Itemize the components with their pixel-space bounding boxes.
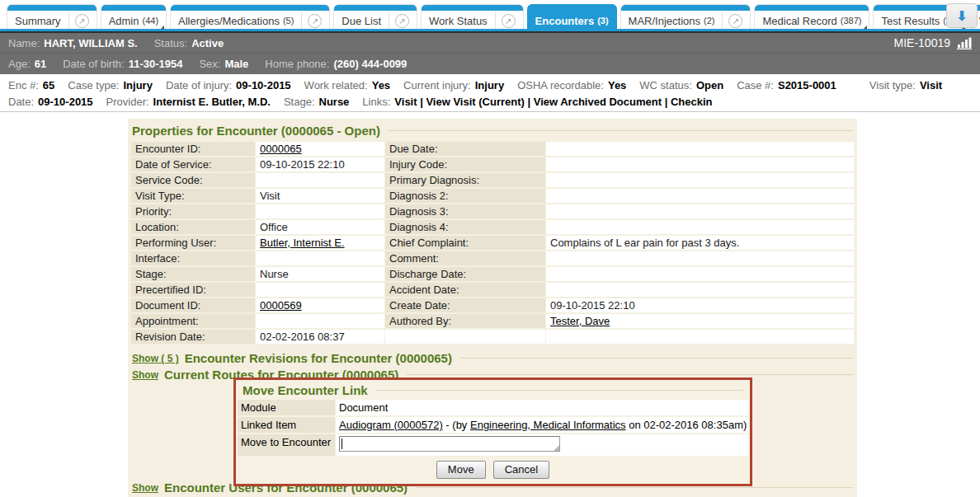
encounter-header: Enc #: 65 Case type: Injury Date of inju… xyxy=(0,74,980,112)
property-value: Nurse xyxy=(256,267,384,281)
tab-divider xyxy=(301,12,302,30)
linked-by-user-link[interactable]: Engineering, Medical Informatics xyxy=(470,419,626,431)
popout-icon[interactable]: ↗ xyxy=(728,14,742,28)
table-row: Date of Service: 09-10-2015 22:10 Injury… xyxy=(131,157,854,171)
property-label: Location: xyxy=(131,220,255,234)
tab-due-list[interactable]: Due List ↗ xyxy=(333,4,417,31)
property-label: Chief Complaint: xyxy=(385,236,545,250)
move-button[interactable]: Move xyxy=(436,461,486,479)
enc-num-label: Enc #: xyxy=(8,79,39,91)
patient-name: HART, WILLIAM S. xyxy=(44,37,137,49)
property-value xyxy=(546,220,854,234)
property-label: Interface: xyxy=(131,251,255,265)
encounter-id-link[interactable]: 0000065 xyxy=(260,143,302,155)
tab-count: (387) xyxy=(841,16,862,26)
document-id-link[interactable]: 0000569 xyxy=(260,299,302,312)
provider-value: Internist E. Butler, M.D. xyxy=(153,96,271,108)
property-label: Encounter ID: xyxy=(131,142,255,156)
show-routes-link[interactable]: Show xyxy=(132,369,158,381)
property-label: Create Date: xyxy=(385,298,545,312)
links-label: Links: xyxy=(362,96,390,108)
sex-label: Sex: xyxy=(199,58,220,70)
tab-label: MAR/Injections xyxy=(629,15,700,27)
tab-label: Due List xyxy=(342,15,381,27)
table-row: Revision Date: 02-02-2016 08:37 xyxy=(131,330,854,344)
popout-icon[interactable]: ↗ xyxy=(502,14,516,28)
popout-icon[interactable]: ↗ xyxy=(308,14,322,28)
tab-summary[interactable]: Summary ↗ xyxy=(7,4,97,31)
tab-count: (44) xyxy=(142,16,158,26)
property-value xyxy=(256,314,384,328)
tab-divider xyxy=(68,12,69,30)
property-value: Butler, Internist E. xyxy=(256,236,384,250)
move-to-encounter-label: Move to Encounter xyxy=(238,434,335,456)
show-users-link[interactable]: Show xyxy=(132,482,158,494)
move-encounter-link-modal: Move Encounter Link Module Document Link… xyxy=(233,377,752,486)
property-label: Primary Diagnosis: xyxy=(385,173,545,187)
property-label: Service Code: xyxy=(131,173,255,187)
stage-label: Stage: xyxy=(284,96,315,108)
tab-allergies-medications[interactable]: Allergies/Medications (5) ↗ xyxy=(170,4,330,31)
tab-label: Medical Record xyxy=(762,15,836,27)
status-label: Status: xyxy=(154,37,187,49)
property-label: Date of Service: xyxy=(131,157,255,171)
tab-encounters[interactable]: Encounters (3) xyxy=(527,4,617,31)
tab-medical-record[interactable]: Medical Record (387) xyxy=(754,4,869,31)
app-window: Summary ↗ Admin (44) Allergies/Medicatio… xyxy=(0,0,980,497)
table-row: Stage: Nurse Discharge Date: xyxy=(131,267,854,281)
module-value: Document xyxy=(336,400,748,415)
property-value xyxy=(546,157,854,171)
encounter-header-line2: Date: 09-10-2015 Provider: Internist E. … xyxy=(8,93,972,110)
encounter-revisions-section: Show ( 5 ) Encounter Revisions for Encou… xyxy=(132,351,853,365)
linked-item-timestamp: on 02-02-2016 08:35am) xyxy=(626,419,747,431)
phone-label: Home phone: xyxy=(265,58,329,70)
property-label: Accident Date: xyxy=(385,283,545,297)
popout-icon[interactable]: ↗ xyxy=(395,14,409,28)
property-label: Injury Code: xyxy=(385,157,545,171)
resize-grip[interactable] xyxy=(554,445,559,451)
date-value: 09-10-2015 xyxy=(38,96,93,108)
chart-icon[interactable] xyxy=(957,37,972,49)
modal-title-row: Move Encounter Link xyxy=(238,382,748,400)
audiogram-document-link[interactable]: Audiogram (0000572) xyxy=(339,419,443,431)
property-value xyxy=(256,251,384,265)
cancel-button[interactable]: Cancel xyxy=(493,461,549,479)
performing-user-link[interactable]: Butler, Internist E. xyxy=(260,237,345,249)
enc-num-value: 65 xyxy=(43,79,54,91)
property-label: Diagnosis 4: xyxy=(385,220,545,234)
property-label: Diagnosis 2: xyxy=(385,189,545,203)
sex-value: Male xyxy=(224,58,248,70)
properties-table: Encounter ID: 0000065 Due Date: Date of … xyxy=(130,140,855,345)
tab-bar: Summary ↗ Admin (44) Allergies/Medicatio… xyxy=(0,0,980,31)
wc-status-label: WC status: xyxy=(639,79,692,91)
tab-mar-injections[interactable]: MAR/Injections (2) ↗ xyxy=(620,4,751,31)
move-to-encounter-input[interactable] xyxy=(339,436,560,452)
tab-label: Work Status xyxy=(429,15,488,27)
tab-admin[interactable]: Admin (44) xyxy=(101,4,167,31)
case-num-value: S2015-0001 xyxy=(778,79,836,91)
encounter-links[interactable]: Visit | View Visit (Current) | View Arch… xyxy=(394,96,712,108)
name-label: Name: xyxy=(8,37,40,49)
property-value: 0000569 xyxy=(256,298,384,312)
stage-value: Nurse xyxy=(319,96,350,108)
tab-scroll-down-button[interactable]: ⬇ xyxy=(946,3,978,28)
property-label: Performing User: xyxy=(131,236,255,250)
properties-heading: Properties for Encounter (0000065 - Open… xyxy=(132,124,853,138)
property-value xyxy=(546,189,854,203)
table-row: Visit Type: Visit Diagnosis 2: xyxy=(131,189,854,203)
authored-by-link[interactable]: Tester, Dave xyxy=(550,315,610,327)
case-type-value: Injury xyxy=(123,79,152,91)
table-row: Precertified ID: Accident Date: xyxy=(131,283,854,297)
dob-label: Date of birth: xyxy=(63,58,124,70)
tab-label: Summary xyxy=(15,15,61,27)
property-label: Priority: xyxy=(131,204,255,218)
popout-icon[interactable]: ↗ xyxy=(75,14,89,28)
tab-label: Admin xyxy=(109,15,139,27)
show-revisions-link[interactable]: Show ( 5 ) xyxy=(132,353,179,364)
table-row: Service Code: Primary Diagnosis: xyxy=(131,173,854,187)
tab-work-status[interactable]: Work Status ↗ xyxy=(421,4,524,31)
visit-type-label: Visit type: xyxy=(869,79,916,91)
heading-rule xyxy=(389,130,853,131)
property-label: Diagnosis 3: xyxy=(385,204,545,218)
date-label: Date: xyxy=(8,96,34,108)
